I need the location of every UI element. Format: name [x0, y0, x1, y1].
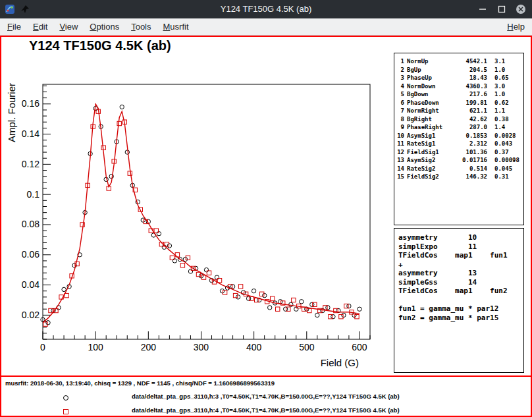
- theory-line: simplExpo 11: [398, 242, 519, 252]
- parameter-row: 15FieldSig2146.320.31: [397, 173, 521, 181]
- svg-text:Ampl. Fourier: Ampl. Fourier: [6, 83, 17, 142]
- parameter-row: 4NormDown4360.33.0: [397, 82, 521, 91]
- parameter-row: 10AsymSig10.18530.0028: [397, 132, 521, 140]
- parameter-row: 1NormUp4542.13.1: [397, 57, 521, 66]
- fourier-spectrum-chart[interactable]: 01002003004005006000.020.040.060.080.10.…: [1, 37, 392, 374]
- square-marker-icon: [62, 406, 70, 417]
- theory-line: fun2 = gamma_mu * par15: [398, 314, 519, 323]
- theory-line: asymmetry 10: [398, 233, 519, 242]
- fit-info-panel: musrfit: 2018-06-30, 13:19:40, chisq = 1…: [1, 375, 531, 416]
- parameter-row: 9PhaseRight287.01.4: [397, 123, 521, 132]
- theory-line: TFieldCos map1 fun2: [398, 287, 519, 296]
- parameter-row: 14RateSig20.5140.045: [397, 165, 521, 173]
- svg-text:0.14: 0.14: [22, 128, 40, 139]
- fit-statistics-line: musrfit: 2018-06-30, 13:19:40, chisq = 1…: [5, 379, 275, 387]
- parameter-row: 7NormRight621.11.1: [397, 107, 521, 115]
- svg-text:0.1: 0.1: [27, 189, 40, 200]
- svg-text:0.02: 0.02: [22, 310, 40, 320]
- svg-text:0.16: 0.16: [22, 98, 40, 109]
- fit-parameters-panel: 1NormUp4542.13.12BgUp204.51.03PhaseUp18.…: [394, 53, 524, 225]
- svg-text:200: 200: [141, 342, 157, 352]
- menu-tools[interactable]: Tools: [125, 19, 157, 34]
- theory-line: asymmetry 13: [398, 269, 519, 278]
- legend-label: data/deltat_pta_gps_3110,h:4 ,T0=4.50K,T…: [132, 406, 400, 414]
- titlebar: Y124 TF150G 4.5K (ab): [0, 0, 532, 18]
- minimize-button[interactable]: [477, 4, 488, 14]
- menubar-left: FileEditViewOptionsToolsMusrfit: [0, 19, 195, 34]
- svg-text:0.12: 0.12: [22, 159, 40, 169]
- svg-text:300: 300: [194, 342, 209, 352]
- svg-text:0.04: 0.04: [22, 279, 40, 290]
- theory-line: fun1 = gamma_mu * par12: [398, 304, 519, 314]
- legend-label: data/deltat_pta_gps_3110,h:3 ,T0=4.50K,T…: [132, 393, 400, 400]
- parameter-row: 11RateSig12.3120.043: [397, 140, 521, 148]
- parameter-row: 3PhaseUp18.430.65: [397, 74, 521, 82]
- menu-view[interactable]: View: [53, 19, 84, 34]
- maximize-button[interactable]: [496, 4, 507, 14]
- menu-options[interactable]: Options: [84, 19, 125, 34]
- parameter-row: 13AsymSig20.017160.00098: [397, 156, 521, 165]
- menu-file[interactable]: File: [1, 19, 27, 34]
- circle-marker-icon: [62, 393, 70, 404]
- menu-edit[interactable]: Edit: [27, 19, 53, 34]
- menubar: FileEditViewOptionsToolsMusrfit Help: [0, 18, 532, 36]
- parameter-row: 12FieldSig1101.360.37: [397, 148, 521, 157]
- parameter-row: 5BgDown217.61.0: [397, 90, 521, 99]
- theory-line: +: [398, 260, 519, 269]
- parameter-row: 6PhaseDown199.810.62: [397, 99, 521, 107]
- svg-text:0: 0: [40, 342, 45, 352]
- theory-line: TFieldCos map1 fun1: [398, 251, 519, 260]
- svg-text:400: 400: [246, 342, 262, 352]
- svg-text:0.08: 0.08: [22, 219, 40, 229]
- theory-function-panel: asymmetry 10simplExpo 11TFieldCos map1 f…: [394, 228, 524, 373]
- menu-help[interactable]: Help: [501, 19, 531, 34]
- legend-entry: data/deltat_pta_gps_3110,h:3 ,T0=4.50K,T…: [1, 390, 531, 403]
- legend-entry: data/deltat_pta_gps_3110,h:4 ,T0=4.50K,T…: [1, 404, 531, 417]
- svg-text:Field (G): Field (G): [321, 357, 359, 368]
- svg-text:100: 100: [88, 342, 103, 352]
- window-title: Y124 TF150G 4.5K (ab): [0, 0, 532, 18]
- parameter-row: 2BgUp204.51.0: [397, 66, 521, 74]
- root-canvas[interactable]: Y124 TF150G 4.5K (ab) 010020030040050060…: [0, 36, 532, 417]
- close-button[interactable]: [516, 4, 526, 14]
- menu-musrfit[interactable]: Musrfit: [157, 19, 195, 34]
- svg-text:0.06: 0.06: [22, 249, 40, 260]
- theory-line: simpleGss 14: [398, 278, 519, 287]
- menubar-right: Help: [501, 22, 532, 32]
- svg-text:500: 500: [299, 342, 315, 352]
- theory-line: [398, 296, 519, 305]
- svg-text:600: 600: [352, 342, 367, 352]
- parameter-row: 8BgRight42.620.38: [397, 115, 521, 124]
